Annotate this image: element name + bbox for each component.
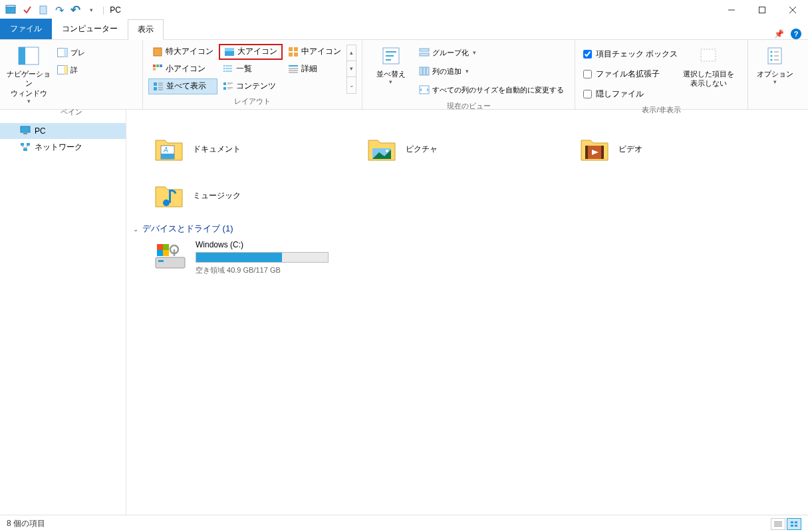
preview-pane-button[interactable]: プレ <box>55 45 88 60</box>
list-item[interactable] <box>579 110 745 126</box>
group-by-button[interactable]: グループ化▾ <box>416 45 567 60</box>
file-extensions-checkbox[interactable]: ファイル名拡張子 <box>583 66 678 81</box>
svg-point-82 <box>163 200 170 206</box>
network-icon <box>20 142 31 153</box>
svg-rect-90 <box>163 250 169 256</box>
navigation-sidebar: PC ネットワーク <box>0 110 126 515</box>
folder-label: ミュージック <box>193 190 241 201</box>
navigation-pane-button[interactable]: ナビゲーション ウィンドウ ▾ <box>5 43 52 106</box>
tab-computer[interactable]: コンピューター <box>52 19 128 39</box>
drive-usage-bar <box>196 252 329 263</box>
close-button[interactable] <box>777 0 808 20</box>
layout-small-icons[interactable]: 小アイコン <box>148 61 217 77</box>
layout-medium-icons[interactable]: 中アイコン <box>284 44 345 60</box>
devices-section-header[interactable]: ⌄ デバイスとドライブ (1) <box>133 219 808 240</box>
sidebar-item-pc[interactable]: PC <box>0 123 126 139</box>
folder-label: ピクチャ <box>406 144 438 155</box>
svg-rect-56 <box>701 49 716 61</box>
qat-undo-button[interactable]: ↶ <box>68 3 82 17</box>
title-bar: ↷ ↶ ▾ | PC <box>0 0 808 20</box>
svg-rect-18 <box>289 53 293 57</box>
layout-gallery-scroll[interactable]: ▴▾⌄ <box>346 45 356 94</box>
qat-customize-dropdown[interactable]: ▾ <box>84 3 98 17</box>
svg-rect-22 <box>160 65 162 67</box>
layout-tiles[interactable]: 並べて表示 <box>148 78 217 94</box>
autosize-columns-button[interactable]: すべての列のサイズを自動的に変更する <box>416 82 567 97</box>
svg-rect-66 <box>21 143 24 146</box>
layout-extra-large-icons[interactable]: 特大アイコン <box>148 44 217 60</box>
sidebar-item-network[interactable]: ネットワーク <box>0 139 126 156</box>
layout-list[interactable]: 一覧 <box>219 61 283 77</box>
details-pane-button[interactable]: 詳 <box>55 63 88 77</box>
qat-redo-button[interactable]: ↷ <box>52 3 67 17</box>
svg-rect-96 <box>791 525 793 527</box>
videos-icon <box>579 133 610 165</box>
svg-rect-54 <box>426 67 429 75</box>
folder-label: ドキュメント <box>193 144 241 155</box>
drive-free-text: 空き領域 40.9 GB/117 GB <box>196 265 339 275</box>
view-large-icons-button[interactable] <box>787 518 801 530</box>
folder-videos[interactable]: ビデオ <box>579 126 745 172</box>
svg-rect-64 <box>21 126 30 132</box>
folder-pictures[interactable]: ピクチャ <box>366 126 532 172</box>
list-item[interactable] <box>366 110 532 126</box>
svg-point-28 <box>223 68 225 69</box>
status-item-count: 8 個の項目 <box>7 518 45 529</box>
hide-selected-button[interactable]: 選択した項目を 表示しない <box>680 43 736 88</box>
svg-line-69 <box>22 146 25 148</box>
item-checkboxes-checkbox[interactable]: 項目チェック ボックス <box>583 47 678 61</box>
layout-content[interactable]: コンテンツ <box>219 78 283 94</box>
svg-rect-43 <box>223 87 226 90</box>
svg-rect-30 <box>289 65 298 66</box>
svg-rect-16 <box>289 47 293 51</box>
sort-by-button[interactable]: 並べ替え ▾ <box>368 43 414 86</box>
documents-icon: A <box>153 133 185 165</box>
svg-point-78 <box>386 150 388 152</box>
minimize-ribbon-icon[interactable]: 📌 <box>774 29 784 39</box>
svg-rect-50 <box>420 49 429 51</box>
svg-rect-23 <box>153 68 156 70</box>
svg-point-58 <box>771 51 773 53</box>
music-icon <box>153 180 185 211</box>
svg-rect-67 <box>27 143 30 146</box>
svg-rect-68 <box>23 148 27 151</box>
list-item[interactable] <box>153 110 319 126</box>
svg-rect-53 <box>423 67 426 75</box>
layout-gallery: 特大アイコン 大アイコン 中アイコン 小アイコン 一覧 詳細 並べて表示 コンテ… <box>148 44 345 94</box>
drive-c[interactable]: Windows (C:) 空き領域 40.9 GB/117 GB <box>133 240 359 275</box>
folder-documents[interactable]: A ドキュメント <box>153 126 319 172</box>
layout-details[interactable]: 詳細 <box>284 61 345 77</box>
status-bar: 8 個の項目 <box>0 515 808 532</box>
tab-file[interactable]: ファイル <box>0 19 52 39</box>
svg-point-27 <box>223 65 225 66</box>
hidden-files-checkbox[interactable]: 隠しファイル <box>583 86 678 101</box>
svg-rect-10 <box>64 49 68 57</box>
svg-line-70 <box>25 146 28 148</box>
svg-point-60 <box>771 59 773 61</box>
svg-rect-83 <box>169 191 171 203</box>
svg-rect-2 <box>40 6 47 14</box>
svg-rect-21 <box>156 65 159 67</box>
add-columns-button[interactable]: 列の追加▾ <box>416 64 567 78</box>
minimize-button[interactable] <box>716 0 747 20</box>
group-label-layout: レイアウト <box>148 95 356 109</box>
view-details-button[interactable] <box>771 518 785 530</box>
folder-music[interactable]: ミュージック <box>153 172 319 219</box>
svg-text:A: A <box>163 146 168 154</box>
qat-properties-button[interactable] <box>20 3 35 17</box>
svg-rect-19 <box>294 53 298 57</box>
svg-rect-20 <box>153 65 156 67</box>
options-button[interactable]: オプション ▾ <box>753 43 796 86</box>
svg-rect-88 <box>163 244 169 250</box>
svg-rect-81 <box>601 146 604 159</box>
qat-new-button[interactable] <box>36 3 51 17</box>
help-icon[interactable]: ? <box>791 29 801 39</box>
folder-label: ビデオ <box>618 144 642 155</box>
window-title: PC <box>110 5 121 15</box>
pictures-icon <box>366 133 398 165</box>
svg-rect-95 <box>795 521 797 523</box>
tab-view[interactable]: 表示 <box>128 19 164 40</box>
layout-large-icons[interactable]: 大アイコン <box>219 44 283 60</box>
maximize-button[interactable] <box>747 0 777 20</box>
pc-icon <box>20 126 31 136</box>
